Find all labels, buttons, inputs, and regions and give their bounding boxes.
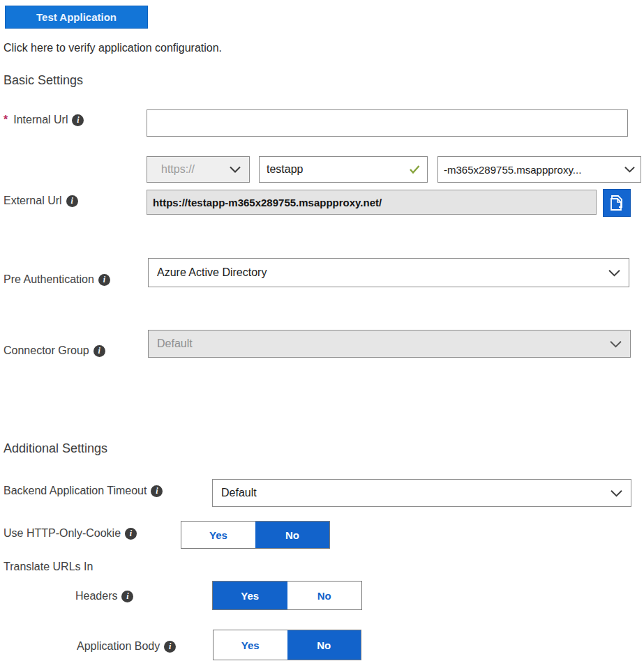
pre-authentication-label-text: Pre Authentication <box>3 273 94 286</box>
headers-yes-button[interactable]: Yes <box>213 582 287 609</box>
chevron-down-icon <box>608 269 620 277</box>
info-icon[interactable]: i <box>98 274 110 286</box>
backend-timeout-label: Backend Application Timeout i <box>3 485 163 497</box>
application-body-yes-button[interactable]: Yes <box>214 630 287 660</box>
chevron-down-icon <box>230 166 241 173</box>
app-proxy-settings-page: Test Application Click here to verify ap… <box>0 0 644 661</box>
translate-urls-in-label: Translate URLs In <box>3 561 93 573</box>
connector-group-dropdown: Default <box>148 330 631 358</box>
internal-url-input[interactable] <box>147 109 628 137</box>
application-body-toggle: Yes No <box>213 630 361 660</box>
info-icon[interactable]: i <box>93 345 105 357</box>
required-asterisk: * <box>3 114 8 126</box>
checkmark-icon <box>410 165 420 174</box>
connector-group-label: Connector Group i <box>3 344 105 357</box>
external-url-scheme-dropdown[interactable]: https:// <box>147 156 250 183</box>
info-icon[interactable]: i <box>125 528 137 540</box>
external-url-label: External Url i <box>3 195 78 207</box>
info-icon[interactable]: i <box>66 195 78 207</box>
backend-timeout-dropdown[interactable]: Default <box>212 479 631 507</box>
external-url-host-field[interactable]: testapp <box>259 156 428 183</box>
internal-url-label: * Internal Url i <box>3 114 84 126</box>
scheme-value: https:// <box>156 163 224 176</box>
additional-settings-heading: Additional Settings <box>3 441 107 456</box>
http-only-cookie-no-button[interactable]: No <box>255 522 329 548</box>
copy-button[interactable] <box>603 189 631 217</box>
external-url-domain-dropdown[interactable]: -m365x289755.msappproxy... <box>437 156 641 183</box>
application-body-label-text: Application Body <box>77 640 160 653</box>
basic-settings-heading: Basic Settings <box>3 73 83 88</box>
headers-toggle: Yes No <box>212 581 362 610</box>
chevron-down-icon <box>610 340 622 348</box>
http-only-cookie-yes-button[interactable]: Yes <box>181 522 255 548</box>
http-only-cookie-label: Use HTTP-Only-Cookie i <box>3 527 137 540</box>
headers-label-text: Headers <box>75 590 117 602</box>
copy-icon <box>609 195 624 211</box>
host-value: testapp <box>267 163 410 176</box>
info-icon[interactable]: i <box>121 591 133 602</box>
info-icon[interactable]: i <box>164 641 176 653</box>
domain-value: -m365x289755.msappproxy... <box>444 164 623 176</box>
verify-configuration-text[interactable]: Click here to verify application configu… <box>3 42 222 54</box>
pre-authentication-value: Azure Active Directory <box>157 266 603 279</box>
info-icon[interactable]: i <box>151 485 163 497</box>
chevron-down-icon <box>624 166 635 173</box>
pre-authentication-label: Pre Authentication i <box>3 273 110 286</box>
info-icon[interactable]: i <box>72 114 84 126</box>
internal-url-label-text: Internal Url <box>13 114 68 126</box>
backend-timeout-value: Default <box>221 487 605 499</box>
application-body-no-button[interactable]: No <box>287 630 361 660</box>
chevron-down-icon <box>611 489 622 497</box>
application-body-label: Application Body i <box>77 640 176 653</box>
test-application-button[interactable]: Test Application <box>5 6 148 29</box>
headers-label: Headers i <box>75 590 133 602</box>
headers-no-button[interactable]: No <box>287 582 362 609</box>
http-only-cookie-toggle: Yes No <box>181 521 330 549</box>
connector-group-value: Default <box>157 337 604 350</box>
external-url-readonly-field: https://testapp-m365x289755.msappproxy.n… <box>147 190 597 215</box>
pre-authentication-dropdown[interactable]: Azure Active Directory <box>148 258 629 287</box>
http-only-cookie-label-text: Use HTTP-Only-Cookie <box>3 527 121 540</box>
translate-urls-in-label-text: Translate URLs In <box>3 561 93 573</box>
connector-group-label-text: Connector Group <box>3 344 89 357</box>
backend-timeout-label-text: Backend Application Timeout <box>3 485 147 497</box>
external-url-label-text: External Url <box>3 195 62 207</box>
